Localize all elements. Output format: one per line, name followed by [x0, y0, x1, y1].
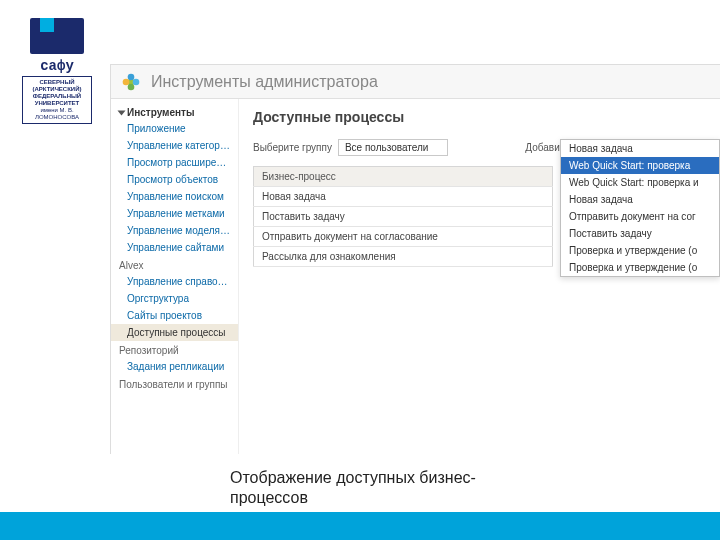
sidebar: ИнструментыПриложениеУправление категори… — [111, 99, 239, 454]
sidebar-item[interactable]: Приложение — [111, 120, 238, 137]
table-row[interactable]: Рассылка для ознакомления — [254, 247, 553, 267]
table-cell: Отправить документ на согласование — [254, 227, 553, 247]
sidebar-item[interactable]: Управление поиском — [111, 188, 238, 205]
sidebar-section[interactable]: Репозиторий — [111, 341, 238, 358]
group-select-value: Все пользователи — [345, 142, 429, 153]
sidebar-section-label: Пользователи и группы — [119, 379, 228, 390]
sidebar-item[interactable]: Управление метками — [111, 205, 238, 222]
group-select[interactable]: Все пользователи — [338, 139, 448, 156]
dropdown-item[interactable]: Новая задача — [561, 191, 719, 208]
sidebar-item[interactable]: Управление категориями — [111, 137, 238, 154]
sidebar-item[interactable]: Оргструктура — [111, 290, 238, 307]
table-cell: Рассылка для ознакомления — [254, 247, 553, 267]
table-cell: Поставить задачу — [254, 207, 553, 227]
sidebar-section-label: Репозиторий — [119, 345, 179, 356]
sidebar-item[interactable]: Сайты проектов — [111, 307, 238, 324]
slide-caption: Отображение доступных бизнес-процессов — [230, 468, 550, 508]
table-row[interactable]: Поставить задачу — [254, 207, 553, 227]
table-row[interactable]: Новая задача — [254, 187, 553, 207]
chevron-down-icon — [118, 111, 126, 116]
add-process-dropdown: Новая задачаWeb Quick Start: проверкаWeb… — [560, 139, 720, 277]
process-table: Бизнес-процесс Новая задачаПоставить зад… — [253, 166, 553, 267]
group-label: Выберите группу — [253, 142, 332, 153]
dropdown-item[interactable]: Поставить задачу — [561, 225, 719, 242]
sidebar-item[interactable]: Доступные процессы — [111, 324, 238, 341]
dropdown-item[interactable]: Проверка и утверждение (о — [561, 259, 719, 276]
dropdown-item[interactable]: Web Quick Start: проверка — [561, 157, 719, 174]
logo-caption: СЕВЕРНЫЙ (АРКТИЧЕСКИЙ) ФЕДЕРАЛЬНЫЙ УНИВЕ… — [22, 76, 92, 124]
sidebar-item[interactable]: Просмотр расширений — [111, 154, 238, 171]
admin-tools-app: Инструменты администратора ИнструментыПр… — [110, 64, 720, 454]
main-title: Доступные процессы — [253, 109, 706, 125]
sidebar-section-label: Инструменты — [127, 107, 195, 118]
sidebar-section-label: Alvex — [119, 260, 143, 271]
sidebar-item[interactable]: Управление моделями — [111, 222, 238, 239]
table-header: Бизнес-процесс — [254, 167, 553, 187]
logo-mark — [30, 18, 84, 54]
sidebar-item[interactable]: Просмотр объектов — [111, 171, 238, 188]
logo-word: cафу — [22, 58, 92, 74]
dropdown-item[interactable]: Web Quick Start: проверка и — [561, 174, 719, 191]
dropdown-item[interactable]: Проверка и утверждение (о — [561, 242, 719, 259]
slide-footer-bar — [0, 512, 720, 540]
table-row[interactable]: Отправить документ на согласование — [254, 227, 553, 247]
app-title: Инструменты администратора — [151, 73, 378, 91]
main-panel: Доступные процессы Выберите группу Все п… — [239, 99, 720, 454]
sidebar-section[interactable]: Инструменты — [111, 103, 238, 120]
university-logo: cафу СЕВЕРНЫЙ (АРКТИЧЕСКИЙ) ФЕДЕРАЛЬНЫЙ … — [22, 18, 92, 124]
sidebar-section[interactable]: Пользователи и группы — [111, 375, 238, 392]
table-cell: Новая задача — [254, 187, 553, 207]
sidebar-section[interactable]: Alvex — [111, 256, 238, 273]
app-header: Инструменты администратора — [111, 65, 720, 99]
sidebar-item[interactable]: Управление справочниками — [111, 273, 238, 290]
dropdown-item[interactable]: Отправить документ на сог — [561, 208, 719, 225]
sidebar-item[interactable]: Управление сайтами — [111, 239, 238, 256]
app-logo-icon — [121, 72, 141, 92]
sidebar-item[interactable]: Задания репликации — [111, 358, 238, 375]
dropdown-item[interactable]: Новая задача — [561, 140, 719, 157]
